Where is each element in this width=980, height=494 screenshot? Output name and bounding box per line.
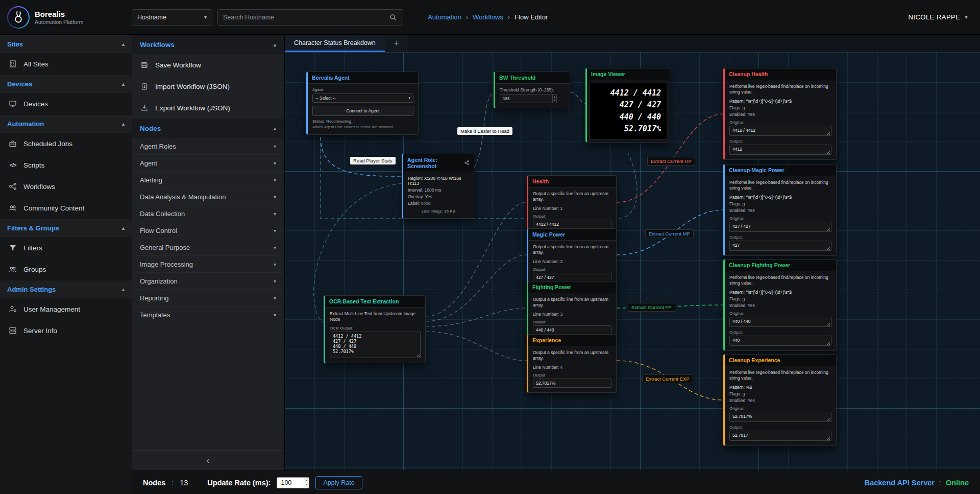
sidebar-item-scheduled-jobs[interactable]: Scheduled Jobs xyxy=(0,133,132,154)
groups-icon xyxy=(8,265,17,274)
node-category-data-collection[interactable]: Data Collection▾ xyxy=(132,205,284,222)
sidebar-item-devices[interactable]: Devices xyxy=(0,93,132,114)
sidebar-item-server-info[interactable]: Server Info xyxy=(0,320,132,341)
node-bw-threshold[interactable]: BW Threshold Threshold Strength (0–255):… xyxy=(494,72,570,108)
node-image-viewer[interactable]: Image Viewer 4412 / 4412 427 / 427 440 /… xyxy=(585,68,670,143)
save-workflow-button[interactable]: Save Workflow xyxy=(132,54,284,76)
node-category-agent[interactable]: Agent▾ xyxy=(132,155,284,172)
update-rate-value[interactable] xyxy=(277,478,304,488)
tab-character-status-breakdown[interactable]: Character Status Breakdown xyxy=(285,35,385,52)
output-textarea[interactable]: 4412 xyxy=(729,145,831,155)
agent-select[interactable]: -- Select -- ▾ xyxy=(312,93,413,103)
chevron-down-icon: ▾ xyxy=(274,245,276,250)
output-textarea[interactable]: 427 xyxy=(729,241,831,251)
node-magic-power[interactable]: Magic Power Output a specific line from … xyxy=(527,228,617,287)
output-textarea[interactable]: 440 xyxy=(729,336,831,346)
original-textarea[interactable]: 52.7017% xyxy=(729,412,831,422)
spinner-down-icon[interactable]: ▾ xyxy=(554,99,555,102)
node-category-image-processing[interactable]: Image Processing▾ xyxy=(132,256,284,273)
output-textarea[interactable]: 52.7017 xyxy=(729,431,831,441)
hostname-dropdown[interactable]: Hostname ▾ xyxy=(132,9,212,26)
add-tab-button[interactable]: + xyxy=(385,35,408,52)
spinner-down-icon[interactable]: ▾ xyxy=(306,483,307,486)
node-category-organization[interactable]: Organization▾ xyxy=(132,273,284,290)
node-cleanup-experience[interactable]: Cleanup Experience Performs live regex-b… xyxy=(723,354,837,446)
node-category-flow-control[interactable]: Flow Control▾ xyxy=(132,222,284,239)
node-cleanup-magic-power[interactable]: Cleanup Magic Power Performs live regex-… xyxy=(723,164,837,256)
sidebar-section-sites[interactable]: Sites ▴ xyxy=(0,35,132,53)
node-title: Image Viewer xyxy=(591,71,625,77)
spinner-up-icon[interactable]: ▴ xyxy=(554,95,555,99)
flow-editor: Character Status Breakdown + xyxy=(285,35,980,471)
sidebar-item-user-management[interactable]: User Management xyxy=(0,298,132,320)
import-workflow-button[interactable]: Import Workflow (JSON) xyxy=(132,76,284,97)
node-category-templates[interactable]: Templates▾ xyxy=(132,307,284,323)
caret-down-icon: ▾ xyxy=(408,96,410,100)
export-workflow-button[interactable]: Export Workflow (JSON) xyxy=(132,97,284,119)
output-field[interactable] xyxy=(533,379,611,388)
nodes-panel-header[interactable]: Nodes ▴ xyxy=(132,119,284,138)
node-category-reporting[interactable]: Reporting▾ xyxy=(132,290,284,307)
output-field[interactable] xyxy=(533,220,611,229)
original-textarea[interactable]: 440 / 440 xyxy=(729,317,831,327)
briefcase-icon xyxy=(8,139,17,148)
original-label: Original: xyxy=(729,311,831,316)
node-borealis-agent[interactable]: Borealis Agent Agent: -- Select -- ▾ Con… xyxy=(306,72,419,135)
brand[interactable]: Borealis Automation Platform xyxy=(0,6,132,29)
node-agent-role-screenshot[interactable]: Agent Role: Screenshot Region: X:200 Y:4… xyxy=(402,154,474,219)
apply-rate-button[interactable]: Apply Rate xyxy=(315,476,362,489)
number-spinner[interactable]: ▴ ▾ xyxy=(552,95,556,103)
update-rate-input[interactable]: ▴ ▾ xyxy=(277,477,309,488)
save-icon xyxy=(140,60,149,69)
node-fighting-power[interactable]: Fighting Power Output a specific line fr… xyxy=(527,281,617,340)
node-title: Agent Role: Screenshot xyxy=(407,157,464,169)
sidebar-item-scripts[interactable]: </> Scripts xyxy=(0,154,132,176)
viewer-line: 52.7017% xyxy=(596,123,661,135)
breadcrumb-automation[interactable]: Automation xyxy=(428,13,461,21)
workflows-panel-header[interactable]: Workflows ▴ xyxy=(132,35,284,54)
flow-canvas[interactable]: Borealis Agent Agent: -- Select -- ▾ Con… xyxy=(285,53,980,471)
node-experience[interactable]: Experience Output a specific line from a… xyxy=(527,334,617,393)
ocr-output-textarea[interactable]: 4412 / 4412 427 / 427 440 / 440 52.7017% xyxy=(330,332,421,358)
sidebar-item-groups[interactable]: Groups xyxy=(0,258,132,280)
spinner-up-icon[interactable]: ▴ xyxy=(306,479,307,482)
sidebar-item-filters[interactable]: Filters xyxy=(0,237,132,258)
output-field[interactable] xyxy=(533,325,611,335)
user-menu[interactable]: NICOLE RAPPE ▾ xyxy=(908,13,980,21)
sidebar-item-workflows[interactable]: Workflows xyxy=(0,176,132,197)
sidebar-section-devices[interactable]: Devices ▴ xyxy=(0,75,132,93)
search-input[interactable] xyxy=(223,14,388,21)
viewer-line: 427 / 427 xyxy=(596,99,661,111)
node-category-general-purpose[interactable]: General Purpose▾ xyxy=(132,239,284,256)
node-category-data-analysis[interactable]: Data Analysis & Manipulation▾ xyxy=(132,189,284,205)
node-health[interactable]: Health Output a specific line from an up… xyxy=(527,175,617,234)
sidebar-section-filters-groups[interactable]: Filters & Groups ▴ xyxy=(0,219,132,237)
hostname-search[interactable] xyxy=(217,9,403,26)
node-description: Output a specific line from an upstream … xyxy=(533,350,611,362)
sidebar-item-label: Community Content xyxy=(23,204,84,212)
original-textarea[interactable]: 427 / 427 xyxy=(729,222,831,232)
section-label: Devices xyxy=(7,80,32,88)
sidebar-item-all-sites[interactable]: All Sites xyxy=(0,53,132,75)
node-cleanup-health[interactable]: Cleanup Health Performs live regex-based… xyxy=(723,68,837,160)
connect-to-agent-button[interactable]: Connect to Agent xyxy=(312,106,413,116)
threshold-value[interactable] xyxy=(500,95,552,103)
breadcrumb-workflows[interactable]: Workflows xyxy=(473,13,503,21)
node-ocr-text-extraction[interactable]: OCR-Based Text Extraction Extract Multi-… xyxy=(324,295,426,363)
sidebar-section-admin-settings[interactable]: Admin Settings ▴ xyxy=(0,280,132,298)
sidebar-section-automation[interactable]: Automation ▴ xyxy=(0,114,132,133)
node-category-alerting[interactable]: Alerting▾ xyxy=(132,172,284,189)
collapse-panel-button[interactable]: ‹ xyxy=(132,450,284,471)
share-icon[interactable] xyxy=(464,160,470,167)
node-cleanup-fighting-power[interactable]: Cleanup Fighting Power Performs live reg… xyxy=(723,259,837,351)
node-category-agent-roles[interactable]: Agent Roles▾ xyxy=(132,138,284,155)
number-spinner[interactable]: ▴ ▾ xyxy=(304,478,309,488)
sidebar-item-community-content[interactable]: Community Content xyxy=(0,197,132,219)
original-textarea[interactable]: 4412 / 4412 xyxy=(729,126,831,136)
search-icon[interactable] xyxy=(388,13,398,22)
borealis-logo xyxy=(7,6,30,29)
threshold-input[interactable]: ▴ ▾ xyxy=(500,94,557,103)
screenshot-interval: Interval: 1000 ms xyxy=(408,187,469,193)
ocr-description: Extract Multi-Line Text from Upstream Im… xyxy=(330,311,421,323)
sidebar-item-label: Filters xyxy=(23,244,42,252)
